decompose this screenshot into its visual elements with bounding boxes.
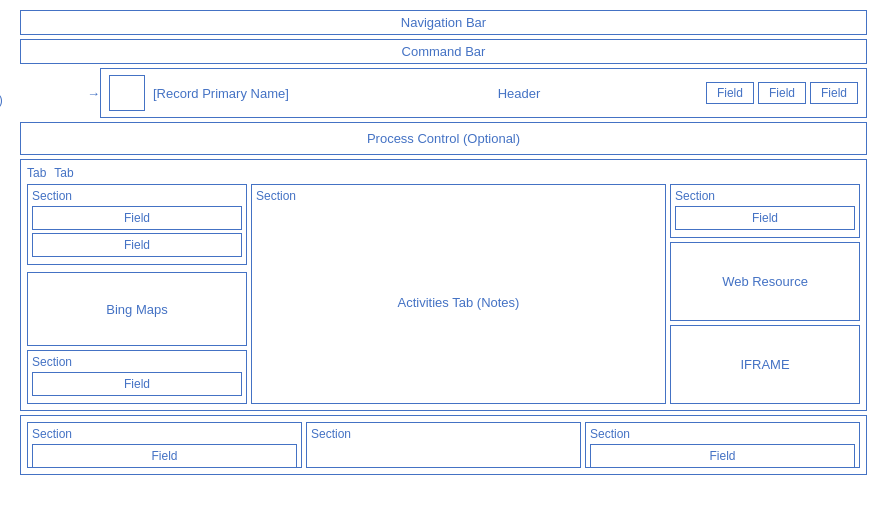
left-section-bottom-field: Field [32,372,242,396]
mid-section-title: Section [256,189,661,203]
command-bar-label: Command Bar [402,44,486,59]
arrow-icon: → [87,86,100,101]
left-column: Section Field Field Bing Maps Section Fi… [27,184,247,404]
bing-maps: Bing Maps [27,272,247,346]
header-row: → [Record Primary Name] Header Field Fie… [100,68,867,118]
bottom-section-3-title: Section [590,427,855,441]
web-resource: Web Resource [670,242,860,321]
navigation-bar-label: Navigation Bar [401,15,486,30]
bottom-section-2: Section [306,422,581,468]
bottom-sections: Section Field Section Section Field [20,415,867,475]
record-primary-name: [Record Primary Name] [153,86,332,101]
tabs-area: Tab Tab Section Field Field Bing Maps Se… [20,159,867,411]
bottom-section-2-title: Section [311,427,576,441]
bottom-section-1: Section Field [27,422,302,468]
right-column: Section Field Web Resource IFRAME [670,184,860,404]
bottom-section-3-field: Field [590,444,855,468]
header-field-2[interactable]: Field [758,82,806,104]
tab-1[interactable]: Tab [27,166,46,180]
bottom-section-1-title: Section [32,427,297,441]
header-field-1[interactable]: Field [706,82,754,104]
columns-row: Section Field Field Bing Maps Section Fi… [27,184,860,404]
header-label: Header [340,86,698,101]
right-section-top: Section Field [670,184,860,238]
navigation-bar: Navigation Bar [20,10,867,35]
bing-maps-label: Bing Maps [106,302,167,317]
left-field-2: Field [32,233,242,257]
process-label: Process Control (Optional) [367,131,520,146]
left-section-top-title: Section [32,189,242,203]
command-bar: Command Bar [20,39,867,64]
tab-2[interactable]: Tab [54,166,73,180]
bottom-section-3: Section Field [585,422,860,468]
web-resource-label: Web Resource [722,274,808,289]
page-wrapper: Navigation Bar Command Bar Image(Optiona… [0,0,887,485]
left-section-bottom: Section Field [27,350,247,404]
iframe-label: IFRAME [740,357,789,372]
left-section-bottom-title: Section [32,355,242,369]
right-section-title: Section [675,189,855,203]
left-field-1: Field [32,206,242,230]
iframe-box: IFRAME [670,325,860,404]
image-placeholder [109,75,145,111]
middle-column: Section Activities Tab (Notes) [251,184,666,404]
image-label: Image(Optional) [0,79,3,108]
header-fields: Field Field Field [706,82,858,104]
process-control: Process Control (Optional) [20,122,867,155]
activities-tab-label: Activities Tab (Notes) [398,295,520,310]
right-field: Field [675,206,855,230]
left-section-top: Section Field Field [27,184,247,265]
header-field-3[interactable]: Field [810,82,858,104]
tab-labels: Tab Tab [27,166,860,180]
bottom-section-1-field: Field [32,444,297,468]
